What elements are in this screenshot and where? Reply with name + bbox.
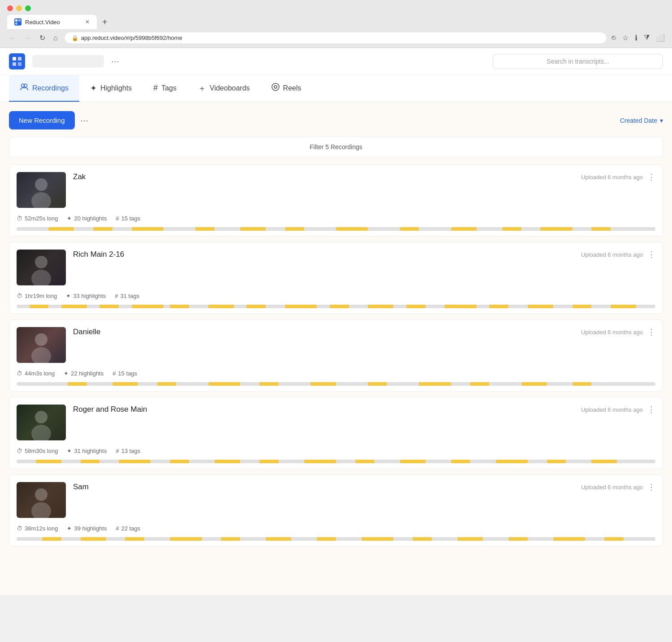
forward-button[interactable]: → <box>22 32 33 44</box>
home-button[interactable]: ⌂ <box>52 32 60 44</box>
timeline-segment <box>304 460 336 463</box>
timeline-segment <box>132 305 164 308</box>
stat-tags: # 13 tags <box>116 448 140 454</box>
header-more-button[interactable]: ⋯ <box>111 56 119 66</box>
new-recording-button[interactable]: New Recording <box>9 111 75 129</box>
stat-tags: # 15 tags <box>112 370 137 377</box>
search-bar[interactable]: Search in transcripts... <box>493 54 663 69</box>
recording-info: Rich Main 2-16 Uploaded 6 months ago ⋮ <box>73 250 655 259</box>
tab-videoboards[interactable]: ＋ Videoboards <box>187 76 261 102</box>
timeline-bar <box>9 380 663 391</box>
filter-bar[interactable]: Filter 5 Recordings <box>9 137 663 157</box>
stat-highlights: ✦ 31 highlights <box>67 448 107 454</box>
recording-more-button[interactable]: ⋮ <box>647 405 655 414</box>
window-icon[interactable]: ⬜ <box>656 34 665 42</box>
recording-item-sam[interactable]: Sam Uploaded 6 months ago ⋮ ⏱ 38m12s lon… <box>9 474 663 547</box>
duration-text: 1hr19m long <box>25 293 57 299</box>
tab-highlights-label: Highlights <box>100 84 132 92</box>
new-tab-button[interactable]: + <box>99 15 111 29</box>
timeline-segment <box>93 227 112 231</box>
tab-highlights[interactable]: ✦ Highlights <box>79 76 142 101</box>
timeline-segment <box>521 382 547 386</box>
timeline-segment <box>502 227 521 231</box>
maximize-button[interactable] <box>25 5 31 11</box>
recording-stats: ⏱ 1hr19m long ✦ 33 highlights # 31 tags <box>9 289 663 303</box>
timeline-segment <box>81 537 106 541</box>
timeline-segment <box>36 460 61 463</box>
recording-title: Zak <box>73 172 86 181</box>
tags-stat-icon: # <box>115 293 118 299</box>
extensions-icon[interactable]: ⧩ <box>644 34 650 42</box>
address-bar[interactable]: 🔒 app.reduct.video/#/p/5998b5f692/home <box>64 32 607 44</box>
recording-meta-row: Uploaded 6 months ago ⋮ <box>581 482 655 492</box>
sort-control[interactable]: Created Date ▾ <box>620 117 663 124</box>
recording-title: Rich Main 2-16 <box>73 250 124 259</box>
highlights-text: 33 highlights <box>73 293 106 299</box>
recording-meta-row: Uploaded 6 months ago ⋮ <box>581 250 655 259</box>
sort-arrow-icon: ▾ <box>660 117 663 124</box>
recording-item-rich[interactable]: Rich Main 2-16 Uploaded 6 months ago ⋮ ⏱… <box>9 242 663 314</box>
timeline-segment <box>457 537 483 541</box>
recording-meta-row: Uploaded 6 months ago ⋮ <box>581 405 655 414</box>
close-button[interactable] <box>7 5 13 11</box>
timeline-segment <box>68 382 87 386</box>
timeline-segment <box>266 537 291 541</box>
timeline-segment <box>406 305 426 308</box>
app-header: ⋯ Search in transcripts... <box>0 48 672 75</box>
share-icon[interactable]: ⎋ <box>612 34 616 42</box>
timeline-segment <box>170 537 202 541</box>
recording-main: Danielle Uploaded 6 months ago ⋮ <box>9 320 663 366</box>
timeline-segment <box>355 460 375 463</box>
timeline-segment <box>170 460 189 463</box>
timeline-segment <box>215 460 240 463</box>
tab-recordings[interactable]: Recordings <box>9 75 79 102</box>
recording-item-roger[interactable]: Roger and Rose Main Uploaded 6 months ag… <box>9 397 663 469</box>
tab-tags[interactable]: # Tags <box>142 76 187 101</box>
recording-item-danielle[interactable]: Danielle Uploaded 6 months ago ⋮ ⏱ 44m3s… <box>9 319 663 392</box>
sort-label: Created Date <box>620 117 657 124</box>
stat-duration: ⏱ 58m30s long <box>17 448 58 454</box>
toolbar-row: New Recording ⋯ Created Date ▾ <box>9 111 663 129</box>
highlight-stat-icon: ✦ <box>67 448 72 454</box>
app-container: ⋯ Search in transcripts... Recordings ✦ … <box>0 48 672 595</box>
recording-more-button[interactable]: ⋮ <box>647 327 655 337</box>
timeline-bar <box>9 458 663 469</box>
timeline-segment <box>451 227 477 231</box>
timeline-segment <box>285 305 317 308</box>
toolbar-icons: ⎋ ☆ ℹ ⧩ ⬜ <box>612 34 665 42</box>
recording-item-zak[interactable]: Zak Uploaded 6 months ago ⋮ ⏱ 52m25s lon… <box>9 164 663 237</box>
timeline-segment <box>368 382 387 386</box>
url-text: app.reduct.video/#/p/5998b5f692/home <box>81 34 182 41</box>
active-tab[interactable]: Reduct.Video ✕ <box>7 15 97 29</box>
videoboards-icon: ＋ <box>198 83 206 94</box>
recording-more-button[interactable]: ⋮ <box>647 250 655 259</box>
tab-reels[interactable]: Reels <box>261 76 312 101</box>
stat-tags: # 31 tags <box>115 293 139 299</box>
svg-rect-5 <box>13 62 16 66</box>
filter-label: Filter 5 Recordings <box>310 143 362 151</box>
toolbar-more-button[interactable]: ⋯ <box>80 116 88 125</box>
browser-chrome: Reduct.Video ✕ + ← → ↻ ⌂ 🔒 app.reduct.vi… <box>0 0 672 48</box>
recording-more-button[interactable]: ⋮ <box>647 172 655 182</box>
recording-meta-row: Uploaded 6 months ago ⋮ <box>581 172 655 182</box>
recording-title-row: Sam Uploaded 6 months ago ⋮ <box>73 482 655 492</box>
recording-thumbnail <box>17 250 66 285</box>
stat-highlights: ✦ 39 highlights <box>67 525 107 532</box>
timeline-segment <box>285 227 304 231</box>
info-icon[interactable]: ℹ <box>635 34 638 42</box>
recording-title: Sam <box>73 483 89 491</box>
bookmark-icon[interactable]: ☆ <box>622 34 629 42</box>
tab-title: Reduct.Video <box>25 19 60 26</box>
highlights-text: 39 highlights <box>74 525 107 532</box>
svg-rect-6 <box>18 62 22 66</box>
reload-button[interactable]: ↻ <box>38 32 47 44</box>
recording-more-button[interactable]: ⋮ <box>647 482 655 492</box>
recordings-icon <box>20 82 29 94</box>
svg-point-9 <box>272 83 279 90</box>
minimize-button[interactable] <box>16 5 22 11</box>
stat-duration: ⏱ 52m25s long <box>17 215 58 222</box>
back-button[interactable]: ← <box>7 32 18 44</box>
tab-close-icon[interactable]: ✕ <box>85 19 90 25</box>
traffic-lights <box>7 5 31 11</box>
timeline-segment <box>540 227 572 231</box>
